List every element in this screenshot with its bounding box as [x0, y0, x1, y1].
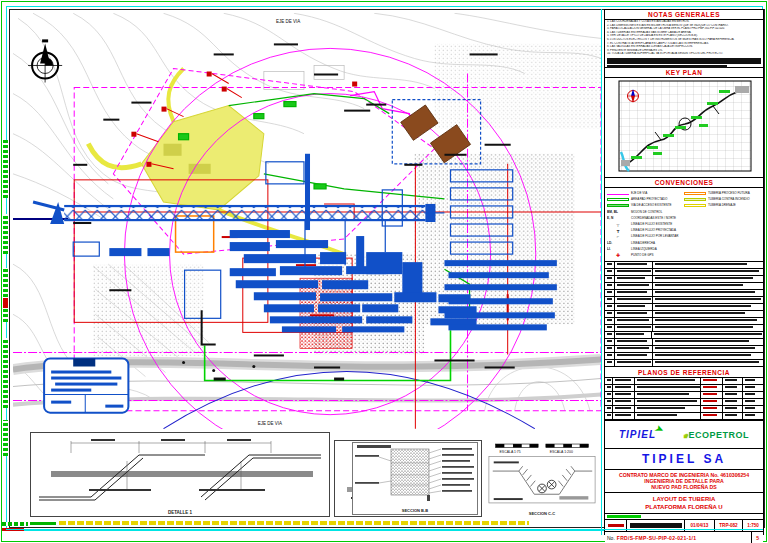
reference-drawings-section: PLANOS DE REFERENCIA: [605, 368, 763, 421]
key-plan-map: [605, 78, 763, 174]
margin-stamp: [3, 338, 8, 408]
coordinate-note-box: [44, 358, 128, 412]
legend-label: AREA PAD PROYECTADO: [631, 197, 667, 201]
revision-row: [605, 297, 763, 304]
orange-area: [176, 216, 214, 252]
contract-text: CONTRATO MARCO DE INGENIERIA No. 4610306…: [605, 470, 763, 493]
legend-item: TUBERIA DRENAJE: [684, 202, 761, 208]
revision-row: [605, 269, 763, 276]
note-line: 10. TODA LA TUBERIA SUPERFICIAL VA SOPOR…: [605, 52, 763, 56]
plan-viewport: EJE DE VIA EJE DE VIA: [13, 13, 601, 429]
notes-title: NOTAS GENERALES: [605, 10, 763, 20]
legend-label: COORDENADAS ESTE / NORTE: [631, 216, 676, 220]
legend-label: LINEA DERECHA: [631, 241, 655, 245]
revision-row: [605, 283, 763, 290]
detail1-drawing: [31, 433, 329, 507]
revision-row: [605, 346, 763, 353]
reference-row: [605, 399, 763, 406]
section-bb-label: SECCION B-B: [353, 508, 477, 513]
revision-row: [605, 276, 763, 283]
drawing-title-line1: LAYOUT DE TUBERIA: [605, 495, 763, 503]
scale-bar: [496, 444, 589, 447]
top-axis-label: EJE DE VIA: [276, 19, 300, 24]
rect-green-f-swatch-icon: [607, 204, 629, 207]
right-panel: NOTAS GENERALES 1. LAS COORDENADAS Y COT…: [604, 9, 764, 535]
margin-stamp: [3, 268, 8, 322]
legend-label: LINEA DE FLUJO POR LEVANTAR: [631, 234, 678, 238]
spacer: [296, 432, 332, 517]
revision-row: [605, 311, 763, 318]
number-row: No. FRD/S-FMP-SU-PIP-02-021-1/1 5: [605, 532, 763, 543]
scale1-label: ESCALA 1:75: [500, 450, 521, 454]
key-plan-section: KEY PLAN: [605, 68, 763, 178]
drawing-title-line2: PLATAFORMA FLOREÑA U: [605, 503, 763, 511]
logos-row: TIPIEL➤ ⸙ECOPETROL: [605, 421, 763, 449]
reference-row: [605, 406, 763, 413]
revision-row: [605, 290, 763, 297]
reference-row: [605, 413, 763, 420]
legend-label: LINEA DE FLUJO EXISTENTE: [631, 222, 672, 226]
tipiel-logo: TIPIEL➤: [619, 429, 656, 440]
text-swatch-icon: LI.: [607, 247, 629, 251]
revision-row: [605, 360, 763, 367]
reference-table: [605, 378, 763, 420]
drawing-title: LAYOUT DE TUBERIA PLATAFORMA FLOREÑA U: [605, 493, 763, 514]
detail1-box: DETALLE 1: [30, 432, 330, 517]
drawing-number: FRD/S-FMP-SU-PIP-02-021-1/1: [617, 535, 697, 541]
section-cc-box: ESCALA 1:75 ESCALA 1:200 SECCION C-C: [486, 440, 598, 517]
text-swatch-icon: E, N: [607, 216, 629, 220]
ecopetrol-logo: ⸙ECOPETROL: [684, 430, 749, 440]
general-notes-section: NOTAS GENERALES 1. LAS COORDENADAS Y COT…: [605, 10, 763, 68]
sym-swatch-icon: ⌐: [607, 234, 629, 239]
file-name-bar: [630, 523, 682, 528]
reference-title: PLANOS DE REFERENCIA: [605, 368, 763, 378]
site-plan-svg: EJE DE VIA EJE DE VIA: [13, 13, 601, 429]
revision-row: [605, 318, 763, 325]
bottom-nota-line: [30, 520, 529, 526]
revision-table: [605, 262, 763, 368]
notes-dense-smudge: [607, 58, 761, 64]
legend-item: ✚PUNTO DE GPS: [607, 252, 684, 258]
legend-label: EJE DE VIA: [631, 191, 647, 195]
file-row: 01/04/13 TRP-082 1:750: [605, 520, 763, 532]
legend-right-column: TUBERIA PROCESO FUTURATUBERIA CONTRA INC…: [684, 190, 761, 258]
nota-green-part: [30, 522, 56, 525]
company-name: TIPIEL SA: [605, 449, 763, 470]
revision-number: 5: [751, 532, 763, 543]
scale2-label: ESCALA 1:200: [550, 450, 573, 454]
legend-label: TUBERIA CONTRA INCENDIO: [708, 197, 750, 201]
revision-row: [605, 304, 763, 311]
conventions-title: CONVENCIONES: [605, 178, 763, 188]
text-swatch-icon: BM, BL: [607, 210, 629, 214]
nota-yellow-text: [59, 521, 529, 525]
rect-lime-o-swatch-icon: [684, 198, 706, 201]
margin-stamp: [3, 420, 8, 456]
sym-swatch-icon: ┳: [607, 228, 629, 233]
revision-row: [605, 339, 763, 346]
panel-separator: [601, 9, 602, 535]
revision-row: [605, 332, 763, 339]
section-cc-drawing: ESCALA 1:75 ESCALA 1:200: [486, 440, 598, 506]
legend-label: TUBERIA DRENAJE: [708, 203, 736, 207]
spacer2: [334, 432, 482, 438]
section-cc-label: SECCION C-C: [486, 511, 598, 516]
contract-line3: NUEVO PAD FLOREÑA DS: [605, 484, 763, 490]
red-cross-swatch-icon: ✚: [607, 253, 629, 257]
rect-yellow-o-swatch-icon: [684, 204, 706, 207]
legend-label: VIA DE ACCESO EXISTENTE: [631, 203, 672, 207]
legend-label: PUNTO DE GPS: [631, 253, 654, 257]
margin-stamp: [3, 140, 8, 198]
reference-row: [605, 392, 763, 399]
reference-row: [605, 378, 763, 385]
notes-body: 1. LAS COORDENADAS Y COTAS ESTAN DADAS E…: [605, 20, 763, 56]
number-prefix: No.: [607, 535, 615, 541]
legend-label: TUBERIA PROCESO FUTURA: [708, 191, 750, 195]
conventions-section: CONVENCIONES EJE DE VIAAREA PAD PROYECTA…: [605, 178, 763, 262]
key-plan-title: KEY PLAN: [605, 68, 763, 78]
drawing-sheet: EJE DE VIA EJE DE VIA NOTAS GENERALES 1.…: [0, 0, 768, 543]
margin-stamp-red: [3, 298, 8, 308]
revision-row: [605, 325, 763, 332]
revision-row: [605, 262, 763, 269]
line-magenta-swatch-icon: [607, 194, 629, 195]
margin-stamp: [3, 214, 8, 254]
